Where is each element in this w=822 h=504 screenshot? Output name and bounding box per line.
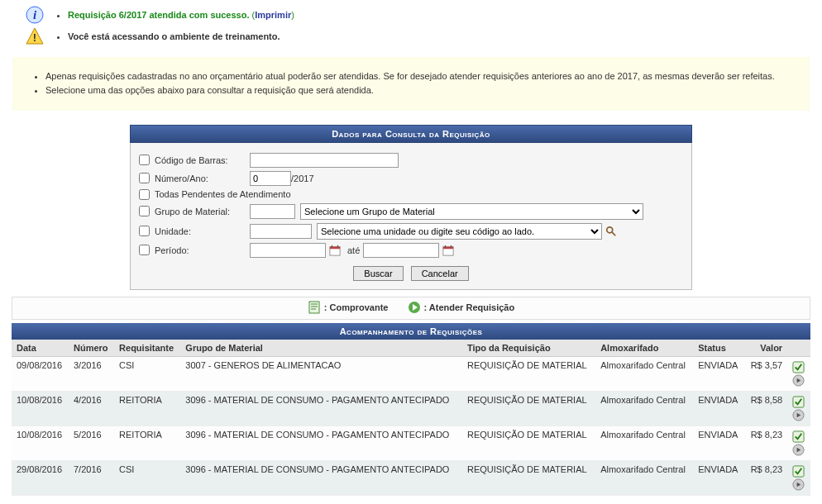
search-button[interactable]: Buscar — [353, 266, 403, 281]
atender-action-icon[interactable] — [792, 409, 805, 421]
period-checkbox[interactable] — [139, 245, 150, 255]
material-group-label: Grupo de Material: — [155, 207, 250, 216]
td-status: ENVIADA — [693, 356, 744, 391]
legend-atender-text: : Atender Requisição — [424, 302, 515, 312]
requisitions-table: Data Número Requisitante Grupo de Materi… — [12, 340, 810, 496]
barcode-checkbox[interactable] — [139, 155, 150, 165]
material-group-checkbox[interactable] — [139, 206, 150, 216]
messages-area: i Requisição 6/2017 atendida com sucesso… — [0, 0, 822, 51]
number-year-row: Número/Ano: /2017 — [139, 171, 683, 186]
td-actions — [787, 356, 810, 391]
material-group-row: Grupo de Material: Selecione um Grupo de… — [139, 203, 683, 220]
unit-code-input[interactable] — [250, 224, 312, 239]
unit-checkbox[interactable] — [139, 226, 150, 236]
th-almox: Almoxarifado — [595, 340, 693, 357]
barcode-input[interactable] — [250, 153, 399, 168]
legend-comprovante-text: : Comprovante — [324, 302, 389, 312]
td-requisitante: REITORIA — [114, 391, 180, 426]
td-status: ENVIADA — [693, 426, 744, 460]
td-requisitante: REITORIA — [114, 426, 180, 460]
material-group-select[interactable]: Selecione um Grupo de Material — [300, 203, 643, 220]
td-almox: Almoxarifado Central — [595, 426, 693, 460]
print-link[interactable]: Imprimir — [255, 10, 291, 20]
form-buttons: Buscar Cancelar — [139, 261, 683, 283]
info-line-1: Apenas requisições cadastradas no ano or… — [45, 70, 791, 83]
td-data: 10/08/2016 — [12, 391, 69, 426]
td-valor: R$ 3,57 — [744, 356, 787, 391]
th-grupo: Grupo de Material — [180, 340, 462, 357]
number-year-checkbox[interactable] — [139, 173, 150, 183]
svg-rect-14 — [309, 302, 319, 313]
period-row: Período: até — [139, 243, 683, 258]
cancel-button[interactable]: Cancelar — [411, 266, 469, 281]
th-status: Status — [693, 340, 744, 357]
all-pending-checkbox[interactable] — [139, 189, 150, 200]
td-data: 09/08/2016 — [12, 356, 69, 391]
td-requisitante: CSI — [114, 460, 180, 495]
calendar-to-icon[interactable] — [442, 245, 454, 256]
atender-action-icon[interactable] — [792, 478, 805, 491]
all-pending-row: Todas Pendentes de Atendimento — [139, 189, 683, 200]
atender-action-icon[interactable] — [792, 444, 805, 456]
period-label: Período: — [155, 245, 250, 255]
warning-message-text: Você está acessando o ambiente de treina… — [68, 31, 280, 41]
th-tipo: Tipo da Requisição — [462, 340, 595, 357]
td-actions — [787, 460, 810, 495]
td-status: ENVIADA — [693, 460, 744, 495]
info-icon: i — [25, 5, 45, 25]
td-grupo: 3096 - MATERIAL DE CONSUMO - PAGAMENTO A… — [180, 460, 462, 495]
info-box: Apenas requisições cadastradas no ano or… — [12, 56, 810, 112]
table-row: 09/08/20163/2016CSI3007 - GENEROS DE ALI… — [12, 356, 810, 391]
table-row: 10/08/20164/2016REITORIA3096 - MATERIAL … — [12, 391, 810, 426]
td-data: 10/08/2016 — [12, 426, 69, 460]
td-grupo: 3007 - GENEROS DE ALIMENTACAO — [180, 356, 462, 391]
comprovante-action-icon[interactable] — [792, 465, 805, 478]
unit-label: Unidade: — [155, 226, 250, 236]
legend-atender: : Atender Requisição — [408, 301, 515, 314]
number-input[interactable] — [250, 171, 291, 186]
td-valor: R$ 8,23 — [744, 426, 787, 460]
info-line-2: Selecione uma das opções abaixo para con… — [45, 84, 791, 97]
form-title: Dados para Consulta da Requisição — [130, 125, 692, 143]
all-pending-label: Todas Pendentes de Atendimento — [155, 189, 291, 199]
td-almox: Almoxarifado Central — [595, 391, 693, 426]
td-almox: Almoxarifado Central — [595, 356, 693, 391]
td-valor: R$ 8,58 — [744, 391, 787, 426]
td-data: 29/08/2016 — [12, 460, 69, 495]
comprovante-action-icon[interactable] — [792, 361, 805, 373]
magnifier-icon[interactable] — [605, 226, 617, 237]
td-valor: R$ 8,23 — [744, 460, 787, 495]
table-title: Acompanhamento de Requisições — [12, 323, 810, 340]
th-numero: Número — [69, 340, 114, 357]
td-almox: Almoxarifado Central — [595, 460, 693, 495]
barcode-label: Código de Barras: — [155, 155, 250, 165]
table-row: 29/08/20167/2016CSI3096 - MATERIAL DE CO… — [12, 460, 810, 495]
td-actions — [787, 426, 810, 460]
atender-action-icon[interactable] — [792, 374, 805, 387]
unit-row: Unidade: Selecione uma unidade ou digite… — [139, 223, 683, 240]
td-numero: 4/2016 — [69, 391, 114, 426]
period-to-input[interactable] — [363, 243, 439, 258]
td-tipo: REQUISIÇÃO DE MATERIAL — [462, 356, 595, 391]
warning-icon: ! — [25, 26, 45, 46]
number-year-label: Número/Ano: — [155, 174, 250, 183]
td-numero: 3/2016 — [69, 356, 114, 391]
td-numero: 7/2016 — [69, 460, 114, 495]
warning-message-row: ! Você está acessando o ambiente de trei… — [25, 26, 814, 46]
table-row: 10/08/20165/2016REITORIA3096 - MATERIAL … — [12, 426, 810, 460]
unit-select[interactable]: Selecione uma unidade ou digite seu códi… — [317, 223, 602, 240]
form-body: Código de Barras: Número/Ano: /2017 Toda… — [130, 143, 692, 290]
td-actions — [787, 391, 810, 426]
th-valor: Valor — [744, 340, 787, 357]
comprovante-action-icon[interactable] — [792, 430, 805, 443]
td-grupo: 3096 - MATERIAL DE CONSUMO - PAGAMENTO A… — [180, 391, 462, 426]
td-grupo: 3096 - MATERIAL DE CONSUMO - PAGAMENTO A… — [180, 426, 462, 460]
calendar-from-icon[interactable] — [329, 245, 341, 256]
receipt-icon — [308, 301, 321, 314]
th-data: Data — [12, 340, 69, 357]
material-group-code-input[interactable] — [250, 204, 295, 219]
comprovante-action-icon[interactable] — [792, 396, 805, 408]
td-numero: 5/2016 — [69, 426, 114, 460]
period-separator: até — [347, 245, 360, 255]
period-from-input[interactable] — [250, 243, 326, 258]
